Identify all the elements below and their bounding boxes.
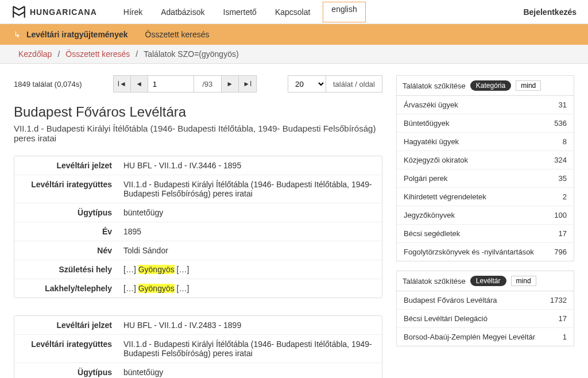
field-label: Ügytípus (14, 363, 118, 378)
nav-hirek[interactable]: Hírek (114, 2, 152, 22)
filter-item-count: 35 (559, 174, 567, 183)
filter-all-button[interactable]: mind (516, 80, 541, 91)
top-nav: HUNGARICANA Hírek Adatbázisok Ismertető … (0, 0, 588, 24)
filter-title: Találatok szűkítése (403, 82, 466, 90)
pager-first-icon[interactable]: I◄ (114, 76, 131, 92)
subnav-main[interactable]: ↳ Levéltári iratgyűjtemények (14, 30, 128, 39)
nav-kapcsolat[interactable]: Kapcsolat (266, 2, 319, 22)
filter-pill-category: Kategória (470, 80, 511, 91)
field-value: büntetőügy (118, 203, 382, 222)
filter-pill-archive: Levéltár (470, 276, 506, 286)
highlight: Gyöngyös (138, 265, 175, 274)
field-value: HU BFL - VII.1.d - IV.3446 - 1895 (118, 156, 382, 175)
filter-item[interactable]: Kihirdetett végrendeletek2 (397, 188, 574, 206)
field-label: Levéltári jelzet (14, 316, 118, 334)
filter-header: Találatok szűkítése Kategória mind (397, 76, 574, 96)
pager-next-icon[interactable]: ► (222, 76, 239, 92)
crumb-sep: / (57, 49, 60, 59)
field-value: […] Gyöngyös […] (118, 260, 382, 279)
filter-item-count: 8 (563, 137, 567, 146)
filter-item-count: 1732 (550, 296, 567, 304)
crumb-search[interactable]: Összetett keresés (65, 49, 130, 59)
result-count: 1849 találat (0,074s) (14, 80, 82, 88)
filter-item-name: Fogolytörzskönyvek és -nyilvántartások (404, 248, 534, 256)
per-page-select[interactable]: 20 (288, 76, 326, 92)
filter-item-name: Árvaszéki ügyek (404, 101, 458, 109)
nav-links: Hírek Adatbázisok Ismertető Kapcsolat en… (114, 2, 366, 22)
nav-ismerteto[interactable]: Ismertető (214, 2, 266, 22)
logo[interactable]: HUNGARICANA (11, 5, 97, 20)
crumb-current: Találatok SZO=(gyöngyös) (144, 49, 238, 59)
filter-item-count: 324 (554, 156, 567, 164)
filter-item[interactable]: Bécsi segédletek17 (397, 225, 574, 243)
filter-item-name: Bécsi Levéltári Delegáció (404, 314, 488, 323)
logo-text: HUNGARICANA (30, 7, 97, 17)
pager: I◄ ◄ /93 ► ►I (113, 75, 257, 92)
field-value: 1895 (118, 222, 382, 241)
filter-item-name: Hagyatéki ügyek (404, 137, 459, 146)
filter-item[interactable]: Büntetőügyek536 (397, 114, 574, 133)
field-label: Ügytípus (14, 203, 118, 222)
filter-title: Találatok szűkítése (403, 277, 466, 286)
filter-item-name: Büntetőügyek (404, 119, 450, 128)
filter-item[interactable]: Közjegyzői okiratok324 (397, 151, 574, 169)
filter-item-name: Kihirdetett végrendeletek (404, 192, 486, 201)
field-label: Levéltári irategyüttes (14, 175, 118, 203)
filter-item-name: Bécsi segédletek (404, 229, 460, 238)
filter-item-count: 17 (559, 314, 567, 323)
filter-item-count: 100 (554, 211, 567, 219)
filter-item[interactable]: Árvaszéki ügyek31 (397, 96, 574, 114)
result-header: 1849 találat (0,074s) I◄ ◄ /93 ► ►I 20 t… (14, 75, 382, 92)
field-label: Levéltári jelzet (14, 156, 118, 175)
filter-item-name: Polgári perek (404, 174, 448, 183)
field-value: VII.1.d - Budapesti Királyi Ítélőtábla (… (118, 175, 382, 203)
archive-subtitle: VII.1.d - Budapesti Királyi Ítélőtábla (… (14, 124, 382, 143)
filter-item-count: 2 (563, 192, 567, 201)
result-record[interactable]: Levéltári jelzetHU BFL - VII.1.d - IV.24… (14, 315, 382, 378)
field-label: Lakhely/telephely (14, 279, 118, 298)
filter-item[interactable]: Polgári perek35 (397, 169, 574, 188)
pager-last-icon[interactable]: ►I (239, 76, 256, 92)
filter-item-count: 17 (559, 229, 567, 238)
result-record[interactable]: Levéltári jelzetHU BFL - VII.1.d - IV.34… (14, 156, 382, 298)
logo-icon (11, 5, 26, 20)
archive-title: Budapest Főváros Levéltára (14, 104, 382, 120)
nav-adatbazisok[interactable]: Adatbázisok (152, 2, 214, 22)
filter-item[interactable]: Hagyatéki ügyek8 (397, 133, 574, 151)
crumb-sep: / (136, 49, 138, 59)
per-page-label: találat / oldal (326, 80, 382, 88)
breadcrumb-arrow-icon: ↳ (14, 30, 21, 39)
subnav-search[interactable]: Összetett keresés (145, 30, 210, 39)
filter-item-count: 536 (554, 119, 567, 128)
pager-prev-icon[interactable]: ◄ (131, 76, 148, 92)
filter-item[interactable]: Bécsi Levéltári Delegáció17 (397, 310, 574, 328)
sub-nav: ↳ Levéltári iratgyűjtemények Összetett k… (0, 24, 588, 45)
filter-category: Találatok szűkítése Kategória mind Árvas… (396, 75, 574, 261)
filter-archive: Találatok szűkítése Levéltár mind Budape… (396, 271, 574, 346)
breadcrumb: Kezdőlap / Összetett keresés / Találatok… (0, 45, 588, 64)
filter-item[interactable]: Budapest Főváros Levéltára1732 (397, 291, 574, 310)
field-value: Toldi Sándor (118, 241, 382, 260)
login-link[interactable]: Bejelentkezés (523, 7, 577, 17)
field-value: HU BFL - VII.1.d - IV.2483 - 1899 (118, 316, 382, 334)
nav-english[interactable]: english (323, 2, 365, 22)
filter-header: Találatok szűkítése Levéltár mind (397, 271, 574, 291)
filter-item[interactable]: Fogolytörzskönyvek és -nyilvántartások79… (397, 243, 574, 261)
pager-page-input[interactable] (148, 76, 194, 92)
filter-item-count: 1 (563, 333, 567, 341)
field-label: Születési hely (14, 260, 118, 279)
per-page: 20 találat / oldal (288, 75, 382, 92)
field-label: Név (14, 241, 118, 260)
filter-item[interactable]: Jegyzőkönyvek100 (397, 206, 574, 225)
crumb-home[interactable]: Kezdőlap (18, 49, 52, 59)
filter-all-button[interactable]: mind (511, 276, 536, 286)
filter-item-name: Budapest Főváros Levéltára (404, 296, 497, 304)
filter-item-name: Jegyzőkönyvek (404, 211, 455, 219)
filter-item-name: Borsod-Abaúj-Zemplén Megyei Levéltár (404, 333, 535, 341)
filter-item[interactable]: Borsod-Abaúj-Zemplén Megyei Levéltár1 (397, 328, 574, 346)
field-value: büntetőügy (118, 363, 382, 378)
field-label: Levéltári irategyüttes (14, 335, 118, 362)
filter-item-name: Közjegyzői okiratok (404, 156, 468, 164)
pager-total: /93 (194, 76, 222, 92)
field-value: VII.1.d - Budapesti Királyi Ítélőtábla (… (118, 335, 382, 362)
